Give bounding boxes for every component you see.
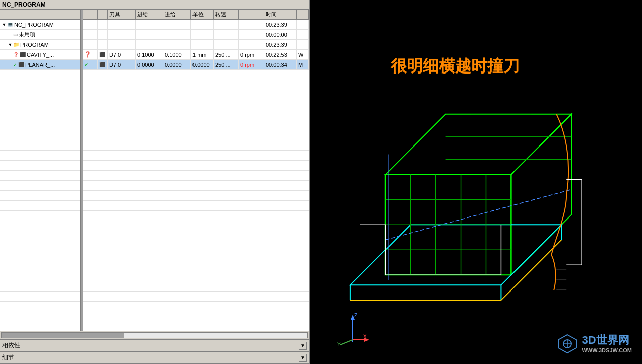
- data-content: 00:23:39 00:00:00: [83, 20, 309, 331]
- expand-icon[interactable]: ▼: [1, 22, 7, 27]
- data-empty-4: [83, 100, 309, 110]
- tree-content: ▼ 💻 NC_PROGRAM ▭ 未用项 ▼ 📁 PROGRAM: [0, 20, 80, 331]
- data-empty-12: [83, 181, 309, 191]
- tree-empty-12: [0, 181, 80, 191]
- tree-row-unused[interactable]: ▭ 未用项: [0, 30, 80, 40]
- planar-rpm-cell: 250 ...: [214, 60, 239, 69]
- base-bottom-right: [501, 240, 561, 300]
- nc-feed2-cell: [163, 20, 191, 29]
- bottom-row-details[interactable]: 细节 ▼: [0, 352, 309, 364]
- svg-text:X: X: [363, 334, 367, 339]
- col-header-icon: [98, 10, 108, 19]
- data-header-row: 刀具 进给 进给 单位 转速 时间: [83, 10, 309, 20]
- watermark-logo-icon: [557, 334, 577, 354]
- tool-path-orange: [551, 114, 568, 290]
- 3d-viewport-svg[interactable]: [310, 0, 642, 364]
- right-panel-3d-viewport: 很明细横越时撞刀: [310, 0, 642, 364]
- watermark: 3D世界网 WWW.3DSJW.COM: [557, 334, 632, 354]
- data-empty-9: [83, 151, 309, 161]
- tree-empty-21: [0, 271, 80, 281]
- cavity-feed2-cell: 0.1000: [163, 50, 191, 59]
- planar-feed2-cell: 0.0000: [163, 60, 191, 69]
- details-label: 细节: [2, 353, 299, 362]
- planar-flag-cell: M: [297, 60, 309, 69]
- planar-check-cell: ✓: [83, 60, 98, 69]
- nc-icon-cell: [98, 20, 108, 29]
- data-row-program[interactable]: 00:23:39: [83, 40, 309, 50]
- bottom-row-dependencies[interactable]: 相依性 ▼: [0, 340, 309, 352]
- col-header-extra: [297, 10, 309, 19]
- nc-time-cell: 00:23:39: [264, 20, 297, 29]
- tree-empty-9: [0, 151, 80, 161]
- tree-pane: ▼ 💻 NC_PROGRAM ▭ 未用项 ▼ 📁 PROGRAM: [0, 10, 81, 331]
- data-empty-5: [83, 110, 309, 120]
- data-empty-22: [83, 281, 309, 292]
- data-row-planar[interactable]: ✓ ⬛ D7.0 0.0000 0.0000 0.0000 250 ... 0 …: [83, 60, 309, 70]
- planar-label: PLANAR_...: [25, 62, 55, 68]
- nc-program-label: NC_PROGRAM: [14, 22, 54, 28]
- bottom-panels: 相依性 ▼ 细节 ▼: [0, 339, 309, 364]
- nc-program-header: NC_PROGRAM: [0, 0, 309, 10]
- left-panel: NC_PROGRAM ▼ 💻 NC_PROGRAM: [0, 0, 310, 364]
- data-empty-8: [83, 140, 309, 151]
- data-empty-6: [83, 120, 309, 130]
- data-empty-7: [83, 130, 309, 140]
- tree-row-planar[interactable]: ✓ ⬛ PLANAR_...: [0, 60, 80, 70]
- planar-tool-cell: D7.0: [108, 60, 136, 69]
- table-wrapper: ▼ 💻 NC_PROGRAM ▭ 未用项 ▼ 📁 PROGRAM: [0, 10, 309, 331]
- hscroll-track[interactable]: [1, 332, 308, 338]
- cavity-flag-cell: W: [297, 50, 309, 59]
- nc-program-title: NC_PROGRAM: [2, 1, 46, 8]
- dependencies-label: 相依性: [2, 341, 299, 350]
- cavity-unit-cell: 1 mm: [191, 50, 214, 59]
- coordinate-axes-widget: Z X Y: [335, 312, 370, 349]
- watermark-3d-label: 3D世界网: [582, 334, 632, 347]
- cavity-tool-icon: ⬛: [98, 50, 108, 59]
- cavity-label: CAVITY_...: [27, 52, 54, 58]
- data-empty-21: [83, 271, 309, 281]
- tree-row-program[interactable]: ▼ 📁 PROGRAM: [0, 40, 80, 50]
- box-right-face: [511, 114, 571, 275]
- cavity-rpm2-cell: 0 rpm: [239, 50, 264, 59]
- nc-icon: 💻: [7, 22, 13, 27]
- data-row-unused[interactable]: 00:00:00: [83, 30, 309, 40]
- tree-row-nc-program[interactable]: ▼ 💻 NC_PROGRAM: [0, 20, 80, 30]
- data-empty-1: [83, 70, 309, 80]
- tree-row-cavity[interactable]: ❓ ⬛ CAVITY_...: [0, 50, 80, 60]
- data-row-nc-program[interactable]: 00:23:39: [83, 20, 309, 30]
- base-plate-top: [350, 225, 561, 285]
- cavity-check: ❓: [13, 52, 19, 57]
- dependencies-expand-arrow[interactable]: ▼: [299, 342, 307, 350]
- tree-empty-23: [0, 292, 80, 302]
- tree-empty-1: [0, 70, 80, 80]
- nc-unit-cell: [191, 20, 214, 29]
- tree-empty-10: [0, 161, 80, 171]
- data-empty-2: [83, 80, 309, 90]
- box-top-face: [386, 114, 571, 175]
- col-header-tool: 刀具: [108, 10, 136, 19]
- nc-rpm-cell: [214, 20, 239, 29]
- planar-feed1-cell: 0.0000: [136, 60, 163, 69]
- tree-empty-5: [0, 110, 80, 120]
- col-header-check: [83, 10, 98, 19]
- horizontal-scrollbar[interactable]: [0, 331, 309, 339]
- nc-check-cell: [83, 20, 98, 29]
- tree-empty-13: [0, 191, 80, 201]
- data-row-cavity[interactable]: ❓ ⬛ D7.0 0.1000 0.1000 1 mm 250 ... 0 rp…: [83, 50, 309, 60]
- data-empty-13: [83, 191, 309, 201]
- program-icon: 📁: [13, 42, 19, 47]
- program-expand-icon[interactable]: ▼: [7, 42, 13, 47]
- planar-unit-cell: 0.0000: [191, 60, 214, 69]
- data-empty-19: [83, 251, 309, 261]
- col-header-rpm: 转速: [214, 10, 239, 19]
- cavity-check-cell: ❓: [83, 50, 98, 59]
- hscroll-thumb[interactable]: [2, 333, 124, 338]
- planar-check: ✓: [13, 62, 17, 67]
- planar-time-cell: 00:00:34: [264, 60, 297, 69]
- tree-empty-7: [0, 130, 80, 140]
- data-empty-20: [83, 261, 309, 271]
- watermark-url-label: WWW.3DSJW.COM: [582, 347, 632, 354]
- cavity-time-cell: 00:22:53: [264, 50, 297, 59]
- details-expand-arrow[interactable]: ▼: [299, 354, 307, 362]
- tree-empty-17: [0, 231, 80, 241]
